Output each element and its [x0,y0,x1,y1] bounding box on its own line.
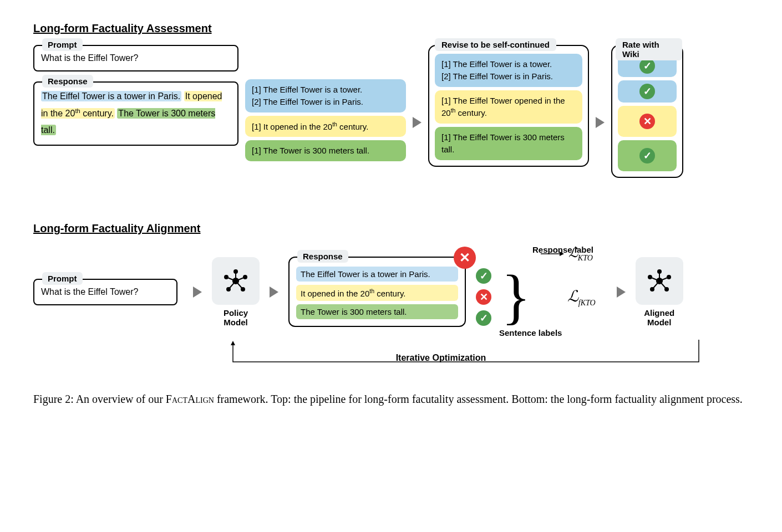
big-cross-icon: ✕ [454,247,476,269]
align-response-legend: Response [297,250,348,263]
assessment-section: Long-form Factuality Assessment Prompt W… [33,22,749,200]
facts-column: [1] The Eiffel Tower is a tower. [2] The… [245,45,406,161]
brace-icon: } [501,275,531,318]
cross-icon: ✕ [476,289,491,305]
fact-yellow: [1] It opened in the 20th century. [245,116,406,137]
revised-green: [1] The Eiffel Tower is 300 meters tall. [435,127,582,160]
prompt-legend: Prompt [42,38,83,51]
align-response-wrap: Response The Eiffel Tower is a tower in … [288,257,466,327]
response-text: The Eiffel Tower is a tower in Paris. It… [41,88,231,139]
arrow-4 [270,287,278,298]
prompt-box: Prompt What is the Eiffel Tower? [33,45,238,71]
rate-blue-2: ✓ [618,80,677,103]
arrow-2 [596,45,605,200]
policy-model-icon [212,257,260,305]
align-prompt-wrap: Prompt What is the Eiffel Tower? [33,279,183,305]
response-box: Response The Eiffel Tower is a tower in … [33,81,238,146]
assessment-row: Prompt What is the Eiffel Tower? Respons… [33,45,749,200]
aligned-model-label: AlignedModel [644,308,674,327]
loss-column: ℒKTO ℒfKTO [541,276,596,307]
svg-line-22 [652,281,659,289]
alignment-title: Long-form Factuality Alignment [33,222,749,235]
rate-legend: Rate with Wiki [616,38,682,60]
policy-model-label: PolicyModel [224,308,248,327]
cross-icon: ✕ [639,114,655,129]
sentence-labels-col: ✓ ✕ ✓ [476,258,491,326]
align-sent-1: The Eiffel Tower is a tower in Paris. [296,267,458,282]
check-icon: ✓ [639,148,655,163]
arrow-1 [413,45,422,200]
svg-line-9 [228,281,236,289]
loss-fkto-text: ℒfKTO [567,287,596,308]
align-prompt-box: Prompt What is the Eiffel Tower? [33,279,177,305]
assessment-left-col: Prompt What is the Eiffel Tower? Respons… [33,45,238,146]
network-icon [647,268,672,294]
feedback-arrow-icon [216,340,715,373]
svg-line-21 [659,281,667,289]
revised-legend: Revise to be self-continued [435,38,556,51]
response-sent-1: The Eiffel Tower is a tower in Paris. [41,91,181,101]
aligned-model-icon [636,257,683,305]
align-sent-3: The Tower is 300 meters tall. [296,304,458,319]
loss-kto-text: ℒKTO [568,245,593,263]
align-sent-2: It opened in the 20th century. [296,285,458,301]
alignment-section: Long-form Factuality Alignment Response … [33,222,749,363]
loss-kto-row: ℒKTO [541,245,596,263]
arrow-5 [617,287,626,298]
svg-marker-24 [231,341,235,345]
svg-marker-12 [560,252,564,256]
align-prompt-legend: Prompt [42,272,83,285]
revised-yellow: [1] The Eiffel Tower opened in the 20th … [435,90,582,124]
rate-yellow: ✕ [618,106,677,137]
alignment-row: Prompt What is the Eiffel Tower? [33,257,749,327]
assessment-title: Long-form Factuality Assessment [33,22,749,35]
check-icon: ✓ [639,58,655,74]
arrow-3 [193,287,202,298]
response-legend: Response [42,75,93,88]
rate-green: ✓ [618,140,677,171]
align-response-box: Response The Eiffel Tower is a tower in … [288,257,466,327]
svg-line-8 [236,281,243,289]
loss-arrow-icon [541,252,564,256]
aligned-model-wrap: AlignedModel [636,257,683,327]
policy-model-wrap: PolicyModel [212,257,260,327]
align-prompt-text: What is the Eiffel Tower? [41,285,170,299]
check-icon: ✓ [476,310,491,326]
check-icon: ✓ [476,268,491,284]
network-icon [223,268,248,294]
rate-column: Rate with Wiki ✓ ✓ ✕ ✓ [611,45,683,178]
fact-blue: [1] The Eiffel Tower is a tower. [2] The… [245,79,406,112]
fact-green: [1] The Tower is 300 meters tall. [245,140,406,161]
revised-blue: [1] The Eiffel Tower is a tower. [2] The… [435,54,582,87]
revised-column: Revise to be self-continued [1] The Eiff… [428,45,589,167]
figure-caption: Figure 2: An overview of our FactAlign f… [33,391,749,407]
prompt-text: What is the Eiffel Tower? [41,52,231,65]
check-icon: ✓ [639,84,655,99]
